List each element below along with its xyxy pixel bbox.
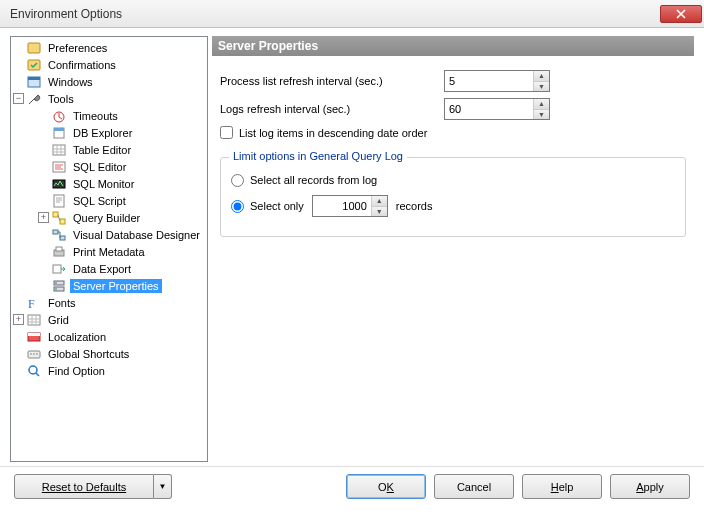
select-only-input[interactable]: ▲▼: [312, 195, 388, 217]
spin-up-icon[interactable]: ▲: [372, 196, 387, 207]
process-interval-input[interactable]: ▲▼: [444, 70, 550, 92]
content-panel: Server Properties Process list refresh i…: [212, 36, 694, 462]
tree-item-label: SQL Monitor: [70, 177, 137, 191]
spin-down-icon[interactable]: ▼: [534, 110, 549, 120]
tree-toggle-spacer: [38, 195, 49, 206]
logs-interval-field[interactable]: [445, 99, 533, 119]
tools-icon: [26, 91, 42, 107]
tree-item-tools[interactable]: −Tools: [11, 90, 207, 107]
select-all-label: Select all records from log: [250, 174, 377, 186]
print-icon: [51, 244, 67, 260]
tree-item-label: Fonts: [45, 296, 79, 310]
spin-up-icon[interactable]: ▲: [534, 71, 549, 82]
shortcuts-icon: [26, 346, 42, 362]
process-interval-field[interactable]: [445, 71, 533, 91]
cancel-button[interactable]: Cancel: [434, 474, 514, 499]
help-button[interactable]: Help: [522, 474, 602, 499]
tree-expand-icon[interactable]: +: [38, 212, 49, 223]
tree-item-label: DB Explorer: [70, 126, 135, 140]
tree-toggle-spacer: [38, 161, 49, 172]
tree-item-label: Timeouts: [70, 109, 121, 123]
tree-toggle-spacer: [13, 42, 24, 53]
sqlmon-icon: [51, 176, 67, 192]
tree-expand-icon[interactable]: +: [13, 314, 24, 325]
tree-item-label: Find Option: [45, 364, 108, 378]
descending-order-checkbox[interactable]: [220, 126, 233, 139]
tree-item-find-option[interactable]: Find Option: [11, 362, 207, 379]
tree-toggle-spacer: [13, 365, 24, 376]
tree-item-label: Print Metadata: [70, 245, 148, 259]
tree-item-server-properties[interactable]: Server Properties: [11, 277, 207, 294]
tree-item-label: SQL Editor: [70, 160, 129, 174]
tree-toggle-spacer: [38, 263, 49, 274]
button-bar: Reset to Defaults ▼ OK Cancel Help Apply: [0, 466, 704, 506]
tree-item-data-export[interactable]: Data Export: [11, 260, 207, 277]
nav-tree[interactable]: PreferencesConfirmationsWindows−ToolsTim…: [10, 36, 208, 462]
svg-rect-12: [60, 219, 65, 224]
tree-item-label: Windows: [45, 75, 96, 89]
groupbox-legend: Limit options in General Query Log: [229, 150, 407, 162]
select-only-field[interactable]: [313, 196, 371, 216]
apply-button[interactable]: Apply: [610, 474, 690, 499]
tree-item-label: Data Export: [70, 262, 134, 276]
title-bar: Environment Options: [0, 0, 704, 28]
svg-point-30: [29, 366, 37, 374]
tree-item-label: Preferences: [45, 41, 110, 55]
spin-down-icon[interactable]: ▼: [534, 82, 549, 92]
svg-rect-6: [54, 128, 64, 131]
tree-item-timeouts[interactable]: Timeouts: [11, 107, 207, 124]
tree-item-label: Tools: [45, 92, 77, 106]
export-icon: [51, 261, 67, 277]
find-icon: [26, 363, 42, 379]
tree-item-table-editor[interactable]: Table Editor: [11, 141, 207, 158]
reset-defaults-dropdown[interactable]: ▼: [154, 474, 172, 499]
prefs-icon: [26, 40, 42, 56]
select-all-radio[interactable]: [231, 174, 244, 187]
close-button[interactable]: [660, 5, 702, 23]
svg-rect-13: [53, 230, 58, 234]
tree-toggle-spacer: [38, 178, 49, 189]
tree-toggle-spacer: [38, 144, 49, 155]
process-interval-label: Process list refresh interval (sec.): [220, 75, 444, 87]
tree-item-query-builder[interactable]: +Query Builder: [11, 209, 207, 226]
tree-item-localization[interactable]: Localization: [11, 328, 207, 345]
select-only-radio[interactable]: [231, 200, 244, 213]
dbexp-icon: [51, 125, 67, 141]
tree-toggle-spacer: [13, 297, 24, 308]
ok-button[interactable]: OK: [346, 474, 426, 499]
tree-toggle-spacer: [13, 76, 24, 87]
tree-item-fonts[interactable]: FFonts: [11, 294, 207, 311]
tree-toggle-spacer: [13, 59, 24, 70]
tree-item-confirmations[interactable]: Confirmations: [11, 56, 207, 73]
tree-item-windows[interactable]: Windows: [11, 73, 207, 90]
tree-item-label: Table Editor: [70, 143, 134, 157]
records-label: records: [396, 200, 433, 212]
close-icon: [676, 9, 686, 19]
tree-item-sql-editor[interactable]: SQL Editor: [11, 158, 207, 175]
svg-rect-14: [60, 236, 65, 240]
svg-rect-29: [36, 353, 38, 355]
tree-item-sql-script[interactable]: SQL Script: [11, 192, 207, 209]
tree-item-sql-monitor[interactable]: SQL Monitor: [11, 175, 207, 192]
panel-header: Server Properties: [212, 36, 694, 56]
tree-item-visual-database-designer[interactable]: Visual Database Designer: [11, 226, 207, 243]
limit-options-group: Limit options in General Query Log Selec…: [220, 157, 686, 237]
tree-item-db-explorer[interactable]: DB Explorer: [11, 124, 207, 141]
tree-item-preferences[interactable]: Preferences: [11, 39, 207, 56]
timeouts-icon: [51, 108, 67, 124]
svg-rect-11: [53, 212, 58, 217]
tree-collapse-icon[interactable]: −: [13, 93, 24, 104]
reset-defaults-button[interactable]: Reset to Defaults: [14, 474, 154, 499]
tree-item-label: Query Builder: [70, 211, 143, 225]
logs-interval-input[interactable]: ▲▼: [444, 98, 550, 120]
spin-down-icon[interactable]: ▼: [372, 207, 387, 217]
tree-item-global-shortcuts[interactable]: Global Shortcuts: [11, 345, 207, 362]
tree-item-label: Grid: [45, 313, 72, 327]
svg-rect-10: [54, 195, 64, 207]
tree-toggle-spacer: [13, 348, 24, 359]
spin-up-icon[interactable]: ▲: [534, 99, 549, 110]
tree-item-grid[interactable]: +Grid: [11, 311, 207, 328]
svg-rect-28: [33, 353, 35, 355]
svg-rect-0: [28, 43, 40, 53]
tree-item-print-metadata[interactable]: Print Metadata: [11, 243, 207, 260]
